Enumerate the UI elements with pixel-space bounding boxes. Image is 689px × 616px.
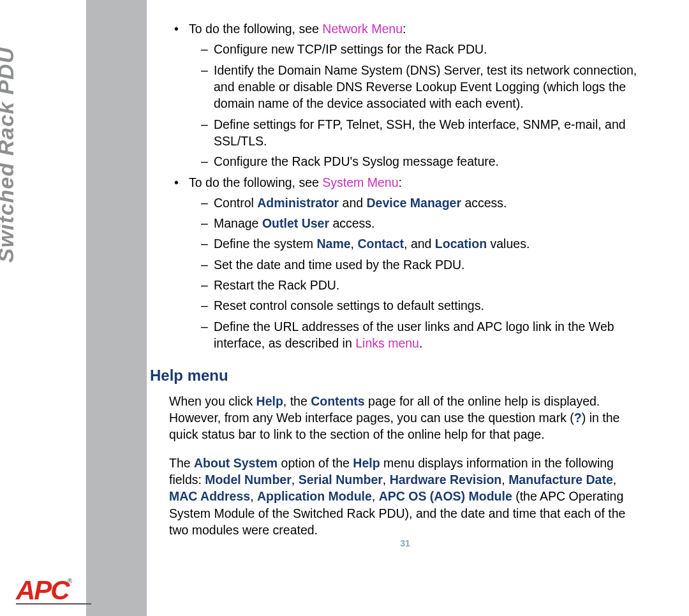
bold-term: Help	[353, 456, 380, 470]
bold-term: APC OS (AOS) Module	[379, 489, 512, 503]
bold-term: Serial Number	[299, 473, 383, 487]
text: Reset control console settings to defaul…	[214, 298, 484, 312]
bold-term: Outlet User	[262, 216, 329, 230]
list-item: Define the URL addresses of the user lin…	[169, 318, 641, 352]
list-item: Reset control console settings to defaul…	[169, 297, 641, 314]
text: ,	[351, 237, 358, 251]
text: ,	[501, 473, 508, 487]
bold-term: Location	[435, 237, 487, 251]
bold-term: Application Module	[257, 489, 372, 503]
list-item: Configure new TCP/IP settings for the Ra…	[169, 41, 641, 57]
list-item: Restart the Rack PDU.	[169, 277, 641, 293]
bold-term: ?	[574, 411, 582, 425]
text: , the	[283, 394, 311, 408]
text: ,	[292, 473, 299, 487]
text: Set the date and time used by the Rack P…	[214, 258, 464, 272]
bold-term: Name	[316, 237, 350, 251]
text: access.	[329, 216, 375, 230]
text: ,	[613, 473, 616, 487]
list-item: Configure the Rack PDU's Syslog message …	[169, 153, 641, 170]
list-item: Define settings for FTP, Telnet, SSH, th…	[169, 116, 641, 150]
text: Configure new TCP/IP settings for the Ra…	[214, 42, 487, 56]
text: The	[169, 456, 194, 470]
bold-term: Help	[256, 394, 283, 408]
help-paragraph-1: When you click Help, the Contents page f…	[169, 393, 641, 443]
text: and	[339, 196, 366, 210]
text: Configure the Rack PDU's Syslog message …	[214, 154, 499, 168]
list-item: Manage Outlet User access.	[169, 215, 641, 231]
text: values.	[487, 237, 530, 251]
bold-term: Manufacture Date	[508, 473, 613, 487]
bold-term: Hardware Revision	[390, 473, 502, 487]
page-number: 31	[400, 538, 410, 550]
text: To do the following, see	[189, 22, 322, 36]
help-paragraph-2: The About System option of the Help menu…	[169, 455, 641, 539]
bold-term: Administrator	[257, 196, 339, 210]
bold-term: Contact	[357, 237, 404, 251]
network-menu-link[interactable]: Network Menu	[322, 22, 403, 36]
text: .	[419, 336, 422, 350]
page-content: To do the following, see Network Menu: C…	[169, 20, 641, 550]
system-sublist: Control Administrator and Device Manager…	[169, 194, 641, 352]
product-subtitle: Switched Rack PDU	[0, 121, 19, 336]
text: Identify the Domain Name System (DNS) Se…	[214, 63, 637, 111]
text: When you click	[169, 394, 256, 408]
text: Define the system	[214, 237, 316, 251]
network-sublist: Configure new TCP/IP settings for the Ra…	[169, 41, 641, 170]
system-menu-link[interactable]: System Menu	[322, 175, 398, 189]
main-list: To do the following, see Network Menu: C…	[169, 20, 641, 351]
text: option of the	[278, 456, 353, 470]
links-menu-link[interactable]: Links menu	[355, 336, 419, 350]
product-subtitle-text: Switched Rack PDU	[0, 47, 18, 263]
text: access.	[461, 196, 507, 210]
sidebar: USER'S GUIDE Switched Rack PDU APC®	[0, 0, 147, 616]
apc-logo: APC®	[16, 575, 91, 605]
text: , and	[404, 237, 435, 251]
text: :	[399, 175, 402, 189]
text: To do the following, see	[189, 175, 322, 189]
sidebar-gray-bar	[86, 0, 147, 616]
registered-mark: ®	[68, 578, 71, 585]
text: Define settings for FTP, Telnet, SSH, th…	[214, 117, 626, 148]
list-item: Set the date and time used by the Rack P…	[169, 256, 641, 273]
help-menu-heading: Help menu	[150, 365, 641, 386]
list-item-system: To do the following, see System Menu: Co…	[169, 174, 641, 352]
text: Manage	[214, 216, 262, 230]
bold-term: MAC Address	[169, 489, 250, 503]
text: Control	[214, 196, 257, 210]
list-item: Control Administrator and Device Manager…	[169, 194, 641, 211]
text: Restart the Rack PDU.	[214, 278, 339, 292]
list-item-network: To do the following, see Network Menu: C…	[169, 20, 641, 170]
list-item: Identify the Domain Name System (DNS) Se…	[169, 62, 641, 112]
apc-logo-text: APC	[16, 575, 69, 605]
text: :	[403, 22, 406, 36]
text: ,	[250, 489, 257, 503]
bold-term: Contents	[311, 394, 365, 408]
text: ,	[372, 489, 379, 503]
bold-term: Model Number	[205, 473, 291, 487]
bold-term: About System	[194, 456, 278, 470]
text: ,	[383, 473, 390, 487]
list-item: Define the system Name, Contact, and Loc…	[169, 235, 641, 252]
bold-term: Device Manager	[367, 196, 462, 210]
